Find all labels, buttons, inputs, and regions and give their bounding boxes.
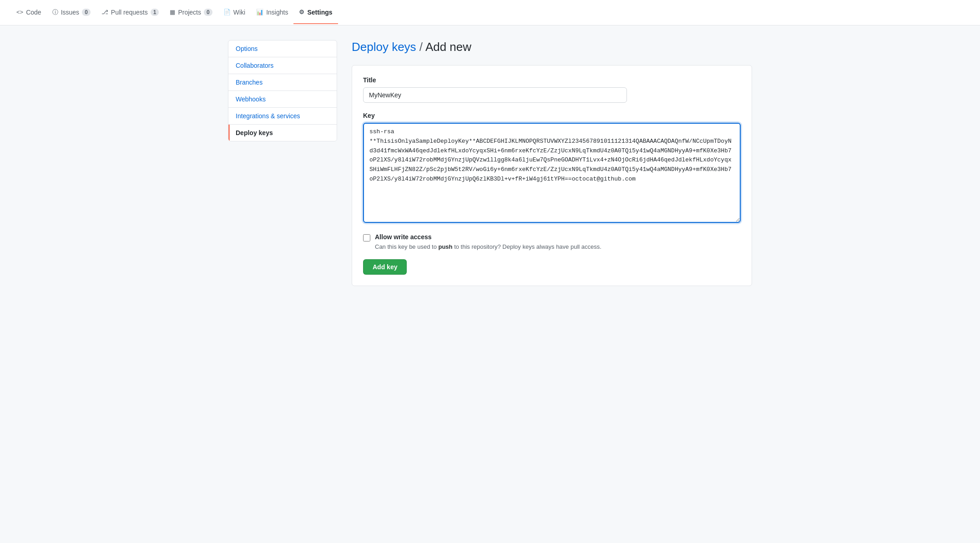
key-label: Key: [363, 112, 741, 119]
nav-item-pull-requests[interactable]: ⎇ Pull requests 1: [96, 1, 165, 24]
nav-insights-label: Insights: [266, 9, 288, 16]
content-area: Deploy keys / Add new Title Key ssh-rsa …: [352, 40, 752, 286]
key-group: Key ssh-rsa **ThisisOnlyaSampleDeployKey…: [363, 112, 741, 224]
key-textarea[interactable]: ssh-rsa **ThisisOnlyaSampleDeployKey**AB…: [363, 123, 741, 223]
title-input[interactable]: [363, 87, 627, 103]
sidebar-item-options[interactable]: Options: [228, 40, 337, 57]
write-access-checkbox[interactable]: [363, 234, 370, 241]
nav-projects-label: Projects: [178, 9, 201, 16]
title-label: Title: [363, 76, 741, 84]
sidebar-item-collaborators[interactable]: Collaborators: [228, 57, 337, 74]
issues-icon: ⓘ: [52, 8, 58, 16]
nav-settings-label: Settings: [307, 9, 332, 16]
nav-wiki-label: Wiki: [233, 9, 245, 16]
wiki-icon: 📄: [223, 9, 231, 15]
write-access-section: Allow write access Can this key be used …: [363, 233, 741, 250]
form-card: Title Key ssh-rsa **ThisisOnlyaSampleDep…: [352, 65, 752, 286]
write-access-title: Allow write access: [375, 233, 432, 241]
nav-item-code[interactable]: <> Code: [11, 1, 47, 24]
title-group: Title: [363, 76, 741, 103]
breadcrumb-link[interactable]: Deploy keys: [352, 40, 416, 54]
nav-item-insights[interactable]: 📊 Insights: [251, 1, 293, 24]
nav-item-issues[interactable]: ⓘ Issues 0: [47, 1, 96, 25]
breadcrumb-current: Add new: [425, 40, 471, 54]
add-key-button[interactable]: Add key: [363, 259, 407, 275]
sidebar-item-deploy-keys[interactable]: Deploy keys: [228, 125, 337, 141]
breadcrumb-separator: /: [419, 40, 425, 54]
pull-requests-badge: 1: [151, 9, 159, 16]
nav-item-wiki[interactable]: 📄 Wiki: [218, 1, 251, 24]
nav-code-label: Code: [26, 9, 41, 16]
sidebar-item-webhooks[interactable]: Webhooks: [228, 91, 337, 108]
sidebar: Options Collaborators Branches Webhooks …: [228, 40, 337, 141]
nav-pull-requests-label: Pull requests: [111, 9, 148, 16]
settings-icon: ⚙: [299, 9, 304, 15]
issues-badge: 0: [82, 9, 91, 16]
insights-icon: 📊: [256, 9, 263, 15]
nav-item-projects[interactable]: ▦ Projects 0: [164, 1, 217, 24]
sidebar-item-branches[interactable]: Branches: [228, 74, 337, 91]
projects-icon: ▦: [170, 9, 175, 15]
pull-requests-icon: ⎇: [101, 9, 108, 15]
nav-item-settings[interactable]: ⚙ Settings: [293, 1, 338, 24]
write-access-label[interactable]: Allow write access: [363, 233, 741, 241]
page-title: Deploy keys / Add new: [352, 40, 752, 54]
sidebar-item-integrations-services[interactable]: Integrations & services: [228, 108, 337, 125]
code-icon: <>: [16, 9, 23, 15]
main-container: Options Collaborators Branches Webhooks …: [217, 40, 763, 286]
top-nav: <> Code ⓘ Issues 0 ⎇ Pull requests 1 ▦ P…: [0, 0, 980, 25]
nav-issues-label: Issues: [61, 9, 79, 16]
write-access-description: Can this key be used to push to this rep…: [375, 243, 741, 250]
projects-badge: 0: [204, 9, 212, 16]
